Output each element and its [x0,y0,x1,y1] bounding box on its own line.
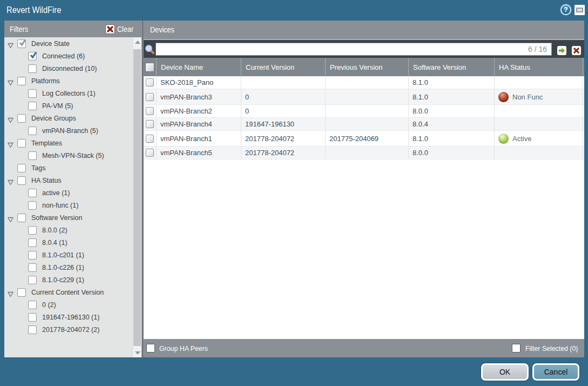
ok-button[interactable]: OK [481,363,529,381]
filter-item-connected-6[interactable]: Connected (6) [4,50,132,63]
cell-software-version: 8.0.0 [409,105,495,117]
filter-checkbox-unchecked[interactable] [28,226,37,235]
column-header-software-version[interactable]: Software Version [409,58,495,76]
filter-item-disconnected-10[interactable]: Disconnected (10) [4,63,132,75]
cell-previous-version: 201775-204069 [326,131,409,146]
filter-checkbox-unchecked[interactable] [28,301,37,309]
cell-ha-status: Non Func [495,89,583,104]
row-checkbox[interactable] [144,76,157,89]
filter-item-vmpan-branch-5[interactable]: vmPAN-Branch (5) [4,125,132,137]
filter-item-8-0-0-2[interactable]: 8.0.0 (2) [4,224,132,237]
filter-checkbox-checked[interactable] [28,52,37,61]
row-checkbox[interactable] [144,118,157,130]
cell-previous-version [326,147,409,159]
cancel-button[interactable]: Cancel [532,363,579,381]
column-header-current-version[interactable]: Current Version [241,58,326,76]
filter-checkbox-unchecked[interactable] [17,288,26,297]
filter-checkbox-unchecked[interactable] [28,127,37,135]
filter-checkbox-unchecked[interactable] [17,139,26,148]
filter-item-ha-status[interactable]: HA Status [4,175,132,187]
filter-item-platforms[interactable]: Platforms [4,75,132,88]
column-header-previous-version[interactable]: Previous Version [326,58,409,76]
expander-triangle-icon[interactable] [8,116,13,122]
expander-triangle-icon[interactable] [8,78,13,84]
filter-checkbox-unchecked[interactable] [28,251,37,259]
row-checkbox[interactable] [144,131,157,146]
scroll-down-icon[interactable] [133,348,141,357]
expander-triangle-icon[interactable] [8,141,13,147]
row-checkbox[interactable] [144,105,157,117]
filter-selected-checkbox[interactable]: Filter Selected (0) [512,344,581,352]
filter-checkbox-unchecked[interactable] [17,114,26,123]
filter-item-8-0-4-1[interactable]: 8.0.4 (1) [4,237,132,249]
filter-item-0-2[interactable]: 0 (2) [4,299,132,311]
filter-item-device-groups[interactable]: Device Groups [4,112,132,125]
filter-checkbox-unchecked[interactable] [28,64,37,73]
filter-checkbox-unchecked[interactable] [17,214,26,222]
apply-filter-button[interactable] [557,46,566,55]
scrollbar-thumb[interactable] [133,49,141,346]
filters-header: Filters Clear [4,21,141,37]
filter-checkbox-unchecked[interactable] [28,102,37,110]
filter-item-tags[interactable]: Tags [4,162,132,175]
device-row-sko-2018-pano[interactable]: SKO-2018_Pano8.1.0 [144,76,584,89]
expander-triangle-icon[interactable] [8,41,13,47]
filter-checkbox-unchecked[interactable] [28,89,37,98]
filter-checkbox-unchecked[interactable] [17,77,26,85]
clear-filters-button[interactable]: Clear [105,23,136,35]
filter-checkbox-unchecked[interactable] [28,238,37,247]
filter-item-software-version[interactable]: Software Version [4,212,132,224]
filter-item-device-state[interactable]: Device State [4,38,132,50]
restore-icon[interactable] [575,5,585,15]
column-header-ha-status[interactable]: HA Status [495,58,583,76]
filter-item-mesh-vpn-stack-5[interactable]: Mesh-VPN-Stack (5) [4,150,132,162]
search-input[interactable] [156,44,528,55]
filter-item-current-content-version[interactable]: Current Content Version [4,287,132,299]
device-row-vmpan-branch3[interactable]: vmPAN-Branch308.1.0Non Func [144,89,584,105]
filter-item-templates[interactable]: Templates [4,137,132,150]
filter-item-191647-196130-1[interactable]: 191647-196130 (1) [4,311,132,324]
clear-search-button[interactable] [572,46,581,55]
filter-item-201778-204072-2[interactable]: 201778-204072 (2) [4,324,132,336]
filter-item-8-1-0-c226-1[interactable]: 8.1.0-c226 (1) [4,262,132,274]
filter-item-log-collectors-1[interactable]: Log Collectors (1) [4,88,132,100]
help-icon[interactable]: ? [560,4,571,15]
filter-checkbox-unchecked[interactable] [28,325,37,334]
expander-triangle-icon[interactable] [8,215,13,221]
filter-checkbox-unchecked[interactable] [28,189,37,197]
column-header-device-name[interactable]: Device Name [157,58,241,76]
row-checkbox[interactable] [144,89,157,104]
filter-item-label: Device Groups [31,115,76,122]
device-row-vmpan-branch5[interactable]: vmPAN-Branch5201778-2040728.0.0 [144,147,584,159]
group-ha-peers-checkbox[interactable]: Group HA Peers [146,344,211,352]
filter-checkbox-unchecked[interactable] [17,176,26,185]
filter-checkbox-unchecked[interactable] [28,151,37,160]
filter-checkbox-unchecked[interactable] [28,313,37,322]
devices-header: Devices [144,21,584,39]
filter-selected-box[interactable] [512,344,521,352]
filter-item-8-1-0-c201-1[interactable]: 8.1.0-c201 (1) [4,249,132,262]
device-row-vmpan-branch1[interactable]: vmPAN-Branch1201778-204072201775-2040698… [144,131,584,147]
filter-item-8-1-0-c229-1[interactable]: 8.1.0-c229 (1) [4,274,132,287]
select-all-checkbox[interactable] [144,58,157,76]
group-ha-peers-box[interactable] [146,344,155,352]
filter-checkbox-unchecked[interactable] [28,276,37,284]
filter-checkbox-unchecked[interactable] [17,164,26,172]
device-row-vmpan-branch4[interactable]: vmPAN-Branch4191647-1961308.0.4 [144,118,584,131]
clear-label: Clear [117,25,133,34]
expander-triangle-icon[interactable] [8,178,13,184]
cell-device-name: vmPAN-Branch4 [157,118,241,130]
expander-triangle-icon[interactable] [8,290,13,296]
filter-checkbox-unchecked[interactable] [28,201,37,210]
filter-checkbox-partial[interactable] [17,39,26,48]
filter-item-pa-vm-5[interactable]: PA-VM (5) [4,100,132,112]
scroll-up-icon[interactable] [133,37,141,46]
filter-item-active-1[interactable]: active (1) [4,187,132,199]
row-checkbox[interactable] [144,147,157,159]
filter-item-non-func-1[interactable]: non-func (1) [4,199,132,212]
device-table-body: SKO-2018_Pano8.1.0vmPAN-Branch308.1.0Non… [144,76,584,339]
filters-scrollbar[interactable] [132,37,141,357]
device-row-vmpan-branch2[interactable]: vmPAN-Branch208.0.0 [144,105,584,118]
cell-software-version: 8.1.0 [409,89,495,104]
filter-checkbox-unchecked[interactable] [28,263,37,272]
